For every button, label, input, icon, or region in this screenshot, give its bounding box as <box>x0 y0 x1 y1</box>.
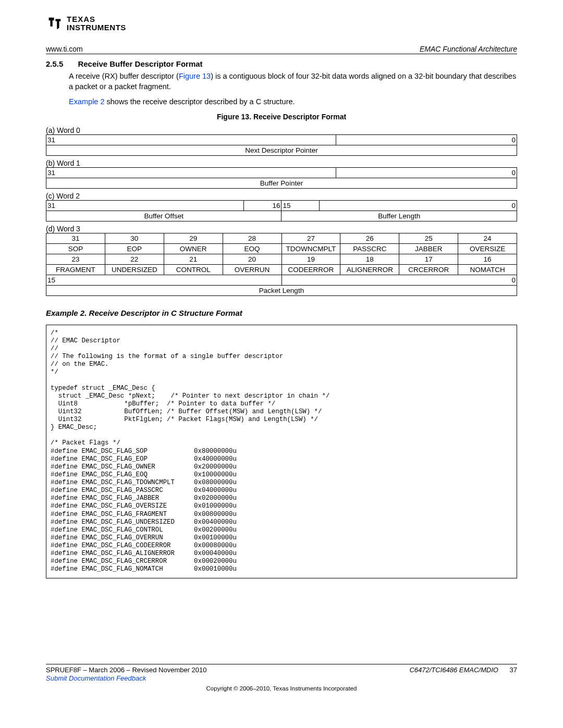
body-text: A receive (RX) buffer descriptor (Figure… <box>69 71 517 107</box>
figure-13-link[interactable]: Figure 13 <box>179 72 211 80</box>
page-running-header: www.ti.com EMAC Functional Architecture <box>46 45 517 54</box>
example-title: Example 2. Receive Descriptor in C Struc… <box>46 309 517 317</box>
section-number: 2.5.5 <box>46 59 63 68</box>
w3-row2: FRAGMENT UNDERSIZED CONTROL OVERRUN CODE… <box>46 264 517 275</box>
section-heading: 2.5.5 Receive Buffer Descriptor Format <box>46 59 517 68</box>
footer-doctitle: C6472/TCI6486 EMAC/MDIO <box>409 666 498 674</box>
code-listing: /* // EMAC Descriptor // // The followin… <box>46 325 517 578</box>
logo-line2: INSTRUMENTS <box>67 23 126 32</box>
submit-feedback-link[interactable]: Submit Documentation Feedback <box>46 674 146 682</box>
w1-field: Buffer Pointer <box>46 178 517 188</box>
header-url[interactable]: www.ti.com <box>46 45 83 53</box>
footer-docrev: SPRUEF8F – March 2006 – Revised November… <box>46 666 207 674</box>
word3-block: (d) Word 3 31 30 29 28 27 26 25 24 SOP E… <box>46 225 517 296</box>
ti-logo: TEXAS INSTRUMENTS <box>46 15 517 32</box>
header-section: EMAC Functional Architecture <box>420 45 517 53</box>
example-2-link[interactable]: Example 2 <box>69 97 105 106</box>
page-number: 37 <box>510 666 517 674</box>
page-footer: SPRUEF8F – March 2006 – Revised November… <box>46 664 517 692</box>
w3-row3: Packet Length <box>46 285 517 295</box>
w0-field: Next Descriptor Pointer <box>46 145 517 155</box>
logo-line1: TEXAS <box>67 15 126 23</box>
figure-title: Figure 13. Receive Descriptor Format <box>46 113 517 121</box>
word2-block: (c) Word 2 31 16 15 0 Buffer Offset Buff… <box>46 192 517 221</box>
copyright: Copyright © 2006–2010, Texas Instruments… <box>46 685 517 692</box>
ti-chip-icon <box>46 15 64 32</box>
section-title: Receive Buffer Descriptor Format <box>78 59 202 68</box>
w2-field1: Buffer Offset <box>46 211 282 221</box>
w2-field2: Buffer Length <box>282 211 517 221</box>
w3-row1: SOP EOP OWNER EOQ TDOWNCMPLT PASSCRC JAB… <box>46 243 517 254</box>
word0-block: (a) Word 0 31 0 Next Descriptor Pointer <box>46 126 517 156</box>
word1-block: (b) Word 1 31 0 Buffer Pointer <box>46 159 517 189</box>
